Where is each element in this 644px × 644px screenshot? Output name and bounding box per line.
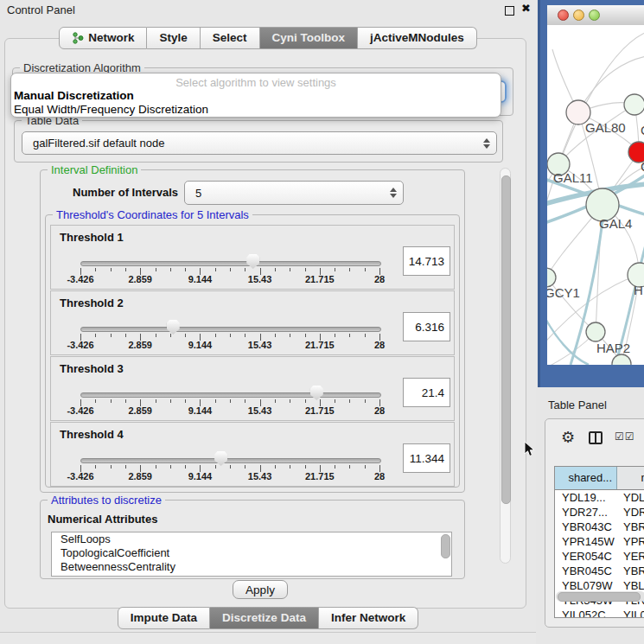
- settings-scrollbar-thumb[interactable]: [501, 175, 511, 504]
- table-hscrollbar-thumb[interactable]: [558, 592, 641, 602]
- algorithm-popup-item[interactable]: Equal Width/Frequency Discretization: [11, 103, 501, 117]
- table-column-header-shared[interactable]: shared...: [555, 467, 617, 489]
- table-panel-title: Table Panel: [548, 399, 607, 411]
- slider-handle[interactable]: [310, 386, 323, 400]
- settings-scrollbar-track[interactable]: [500, 168, 511, 564]
- slider-tick-label: 9.144: [181, 405, 219, 416]
- slider-tick: [95, 465, 96, 469]
- table-row[interactable]: YBR045CYBR0: [555, 564, 644, 578]
- list-scrollbar[interactable]: [441, 534, 450, 558]
- table-row[interactable]: YER054CYER0: [555, 549, 644, 564]
- interval-definition-title: Interval Definition: [48, 163, 141, 176]
- numerical-attribute-item[interactable]: BetweennessCentrality: [52, 560, 451, 574]
- threshold-value-field[interactable]: 21.4: [403, 378, 450, 407]
- slider-tick-label: 21.715: [301, 340, 339, 350]
- number-of-intervals-combo[interactable]: 5: [184, 181, 404, 205]
- table-row[interactable]: YIL052CYIL0: [555, 608, 644, 618]
- node-label: C: [641, 159, 644, 174]
- table-row[interactable]: YDR27...YDR2: [555, 505, 644, 520]
- threshold-label: Threshold 4: [60, 428, 124, 441]
- table-panel: ⚙ ☑☑ shared... na YDL19...YDL1YDR27...YD…: [545, 418, 644, 628]
- slider-tick: [95, 399, 96, 403]
- bottom-node[interactable]: [612, 354, 631, 365]
- numerical-attribute-item[interactable]: SelfLoops: [52, 532, 451, 546]
- traffic-light-close-icon[interactable]: [558, 10, 569, 21]
- table-hscrollbar-track[interactable]: [556, 591, 644, 602]
- slider-track[interactable]: [80, 327, 381, 332]
- split-columns-icon[interactable]: [589, 431, 603, 444]
- slider-handle[interactable]: [167, 320, 180, 335]
- tab-jactivemnodules[interactable]: jActiveMNodules: [358, 27, 477, 49]
- HAP2-node[interactable]: [586, 322, 605, 341]
- network-window-titlebar[interactable]: [547, 5, 644, 26]
- network-icon: [72, 32, 84, 44]
- slider-tick: [290, 465, 290, 469]
- tab-discretize-data[interactable]: Discretize Data: [210, 607, 319, 629]
- traffic-light-zoom-icon[interactable]: [589, 10, 600, 21]
- slider-tick: [170, 465, 171, 469]
- select-columns-icon[interactable]: ☑☑: [615, 430, 635, 443]
- slider-tick: [215, 268, 216, 271]
- apply-button[interactable]: Apply: [233, 580, 288, 599]
- slider-tick-label: 2.859: [121, 405, 159, 416]
- tab-network[interactable]: Network: [59, 27, 147, 49]
- tab-infer-network[interactable]: Infer Network: [319, 607, 418, 629]
- slider-tick-label: 9.144: [181, 274, 219, 284]
- slider-tick-label: 9.144: [181, 340, 219, 350]
- slider-tick: [95, 334, 96, 337]
- slider-track[interactable]: [80, 458, 381, 463]
- algorithm-popup-item[interactable]: Manual Discretization: [11, 89, 501, 103]
- GCY1-node[interactable]: [547, 268, 556, 287]
- attributes-group-title: Attributes to discretize: [48, 494, 165, 507]
- table-row[interactable]: YBR043CYBR0: [555, 520, 644, 534]
- slider-tick: [95, 268, 96, 271]
- tab-label: jActiveMNodules: [370, 28, 464, 48]
- slider-tick: [230, 465, 231, 469]
- numerical-attribute-item[interactable]: TopologicalCoefficient: [52, 546, 451, 560]
- slider-tick: [349, 334, 350, 337]
- slider-tick: [185, 465, 186, 469]
- table-column-header-name[interactable]: na: [617, 467, 644, 489]
- slider-tick-label: 21.715: [301, 405, 339, 416]
- slider-tick: [245, 399, 245, 403]
- gear-icon[interactable]: ⚙: [561, 430, 575, 445]
- slider-track[interactable]: [80, 392, 381, 398]
- combo-stepper-icon: [483, 138, 490, 149]
- slider-tick: [156, 268, 156, 271]
- numerical-attributes-label: Numerical Attributes: [48, 513, 157, 526]
- table-data-combo-value: galFiltered.sif default node: [22, 137, 483, 150]
- tab-impute-data[interactable]: Impute Data: [118, 607, 210, 629]
- slider-track[interactable]: [80, 261, 381, 266]
- tab-label: Cyni Toolbox: [272, 28, 346, 48]
- threshold-value-field[interactable]: 6.316: [403, 312, 450, 341]
- slider-handle[interactable]: [214, 451, 227, 466]
- tab-style[interactable]: Style: [147, 27, 200, 49]
- table-row[interactable]: YDL19...YDL1: [555, 490, 644, 505]
- slider-tick: [305, 465, 306, 469]
- tab-cyni-toolbox[interactable]: Cyni Toolbox: [260, 27, 359, 49]
- threshold-value-field[interactable]: 14.713: [403, 246, 450, 276]
- float-window-icon[interactable]: [505, 6, 514, 16]
- attributes-group: Attributes to discretize Numerical Attri…: [40, 500, 465, 579]
- slider-tick: [305, 399, 306, 403]
- slider-tick: [230, 268, 231, 271]
- slider-tick: [230, 334, 231, 337]
- tab-label: Style: [159, 28, 187, 48]
- slider-tick: [245, 268, 245, 271]
- table-data-combo[interactable]: galFiltered.sif default node: [22, 131, 497, 155]
- slider-tick: [125, 399, 126, 403]
- slider-tick: [185, 399, 186, 403]
- slider-tick: [185, 334, 186, 337]
- slider-tick: [365, 334, 366, 337]
- close-icon[interactable]: ✖: [521, 2, 531, 15]
- slider-tick: [335, 268, 335, 271]
- threshold-value-field[interactable]: 11.344: [403, 443, 450, 473]
- GA-node[interactable]: [624, 94, 644, 115]
- slider-tick: [125, 465, 126, 469]
- tab-select[interactable]: Select: [201, 27, 260, 49]
- slider-handle[interactable]: [246, 254, 259, 269]
- table-cell: YIL0: [617, 608, 644, 618]
- network-canvas[interactable]: GAL80GACGAL11GAL4GCY1HHAP2: [547, 25, 644, 365]
- traffic-light-minimize-icon[interactable]: [573, 10, 584, 21]
- table-row[interactable]: YPR145WYPR1: [555, 534, 644, 549]
